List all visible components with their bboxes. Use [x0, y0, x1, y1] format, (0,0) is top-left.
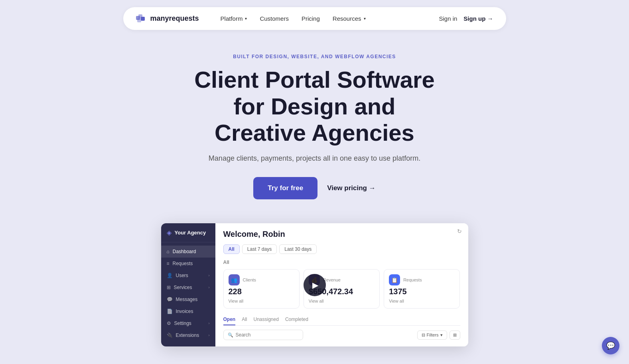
navbar-wrapper: manyrequests Platform Customers Pricing …	[0, 0, 629, 30]
svg-rect-3	[137, 18, 141, 22]
sidebar-item-label: Extensions	[176, 333, 199, 338]
hero-title: Client Portal Software for Design and Cr…	[191, 67, 438, 146]
grid-icon: ⊞	[453, 333, 457, 337]
filter-tab-7days[interactable]: Last 7 days	[242, 244, 277, 254]
messages-icon: 💬	[167, 297, 173, 302]
main-content: ↻ Welcome, Robin All Last 7 days Last 30…	[215, 223, 468, 346]
stat-card-requests: 📋 Requests 1375 View all	[384, 269, 460, 309]
chat-widget[interactable]: 💬	[602, 337, 619, 354]
logo[interactable]: manyrequests	[136, 14, 199, 23]
sidebar: ◈ Your Agency ⌂ Dashboard ≡ Requests 👤 U…	[161, 223, 215, 346]
sign-in-link[interactable]: Sign in	[439, 15, 457, 22]
chevron-right-icon: ›	[209, 273, 210, 277]
services-icon: ⊞	[167, 285, 171, 290]
grid-view-button[interactable]: ⊞	[450, 331, 460, 340]
main-nav: manyrequests Platform Customers Pricing …	[123, 7, 506, 30]
extensions-icon: 🔌	[167, 333, 173, 338]
search-icon: 🔍	[228, 333, 233, 338]
requests-view-all[interactable]: View all	[389, 299, 455, 303]
sidebar-nav: ⌂ Dashboard ≡ Requests 👤 Users › ⊞ Servi…	[161, 242, 215, 344]
sidebar-header: ◈ Your Agency	[161, 223, 215, 242]
sidebar-item-users[interactable]: 👤 Users ›	[161, 270, 215, 281]
sidebar-item-label: Settings	[174, 321, 191, 326]
table-tab-all[interactable]: All	[242, 314, 247, 325]
clients-value: 228	[229, 287, 294, 296]
revenue-view-all[interactable]: View all	[309, 299, 375, 303]
filter-icon: ⊟	[422, 333, 425, 338]
nav-resources[interactable]: Resources	[327, 12, 371, 25]
filters-button[interactable]: ⊟ Filters ▾	[417, 331, 447, 340]
sidebar-logo-icon: ◈	[167, 229, 172, 236]
chevron-right-icon: ›	[209, 321, 210, 325]
chevron-right-icon: ›	[209, 285, 210, 289]
play-icon: ▶	[312, 280, 318, 290]
sign-up-link[interactable]: Sign up →	[463, 15, 493, 22]
sidebar-item-label: Users	[176, 273, 188, 278]
nav-customers[interactable]: Customers	[254, 12, 294, 25]
dashboard-preview: ◈ Your Agency ⌂ Dashboard ≡ Requests 👤 U…	[0, 215, 629, 346]
requests-icon: ≡	[167, 261, 170, 266]
sidebar-item-label: Services	[174, 285, 192, 290]
hero-subtitle: Manage clients, payments, projects all i…	[8, 154, 621, 163]
sidebar-agency-name: Your Agency	[175, 230, 206, 236]
refresh-icon[interactable]: ↻	[457, 228, 462, 234]
sidebar-item-dashboard[interactable]: ⌂ Dashboard	[161, 246, 215, 258]
sidebar-item-extensions[interactable]: 🔌 Extensions ›	[161, 329, 215, 341]
table-actions: ⊟ Filters ▾ ⊞	[417, 331, 460, 340]
section-all-label: All	[223, 260, 460, 265]
welcome-title: Welcome, Robin	[223, 230, 460, 239]
table-tab-open[interactable]: Open	[223, 314, 236, 325]
stat-card-clients: 👥 Clients 228 View all	[223, 269, 300, 309]
stats-row: 👥 Clients 228 View all 💰 Revenue $650,47…	[223, 269, 460, 309]
search-input[interactable]	[236, 332, 299, 338]
search-wrapper: 🔍	[223, 330, 303, 340]
requests-label: Requests	[403, 277, 422, 282]
nav-actions: Sign in Sign up →	[439, 15, 493, 22]
settings-icon: ⚙	[167, 321, 171, 326]
chat-icon: 💬	[606, 341, 615, 350]
svg-rect-2	[141, 17, 145, 21]
sidebar-item-label: Invoices	[176, 309, 193, 314]
invoices-icon: 📄	[167, 309, 173, 314]
sidebar-item-invoices[interactable]: 📄 Invoices	[161, 305, 215, 317]
sidebar-item-settings[interactable]: ⚙ Settings ›	[161, 317, 215, 329]
table-search-row: 🔍 ⊟ Filters ▾ ⊞	[223, 330, 460, 340]
users-icon: 👤	[167, 273, 173, 278]
try-free-button[interactable]: Try for free	[253, 177, 317, 199]
home-icon: ⌂	[167, 249, 170, 254]
clients-label: Clients	[243, 277, 256, 282]
filter-tab-all[interactable]: All	[223, 244, 240, 254]
sidebar-item-label: Requests	[173, 261, 193, 266]
nav-pricing[interactable]: Pricing	[296, 12, 325, 25]
table-tab-completed[interactable]: Completed	[285, 314, 308, 325]
chevron-right-icon: ›	[209, 333, 210, 337]
preview-window: ◈ Your Agency ⌂ Dashboard ≡ Requests 👤 U…	[161, 223, 468, 346]
view-pricing-button[interactable]: View pricing →	[327, 184, 376, 192]
clients-icon: 👥	[229, 274, 240, 285]
sidebar-item-requests[interactable]: ≡ Requests	[161, 258, 215, 270]
revenue-label: Revenue	[323, 277, 341, 282]
play-button[interactable]: ▶	[304, 274, 326, 296]
requests-value: 1375	[389, 287, 455, 296]
chevron-down-icon: ▾	[440, 333, 443, 338]
nav-links: Platform Customers Pricing Resources	[215, 12, 426, 25]
sidebar-item-label: Dashboard	[173, 249, 196, 254]
table-tabs: Open All Unassigned Completed	[223, 314, 460, 326]
table-tab-unassigned[interactable]: Unassigned	[254, 314, 279, 325]
hero-section: BUILT FOR DESIGN, WEBSITE, AND WEBFLOW A…	[0, 30, 629, 215]
sidebar-item-messages[interactable]: 💬 Messages	[161, 293, 215, 305]
filter-tabs: All Last 7 days Last 30 days	[223, 244, 460, 254]
hero-buttons: Try for free View pricing →	[8, 177, 621, 199]
filter-tab-30days[interactable]: Last 30 days	[279, 244, 317, 254]
sidebar-item-label: Messages	[176, 297, 198, 302]
hero-badge: BUILT FOR DESIGN, WEBSITE, AND WEBFLOW A…	[8, 54, 621, 59]
sidebar-item-services[interactable]: ⊞ Services ›	[161, 281, 215, 293]
clients-view-all[interactable]: View all	[229, 299, 294, 303]
nav-platform[interactable]: Platform	[215, 12, 253, 25]
req-icon: 📋	[389, 274, 400, 285]
